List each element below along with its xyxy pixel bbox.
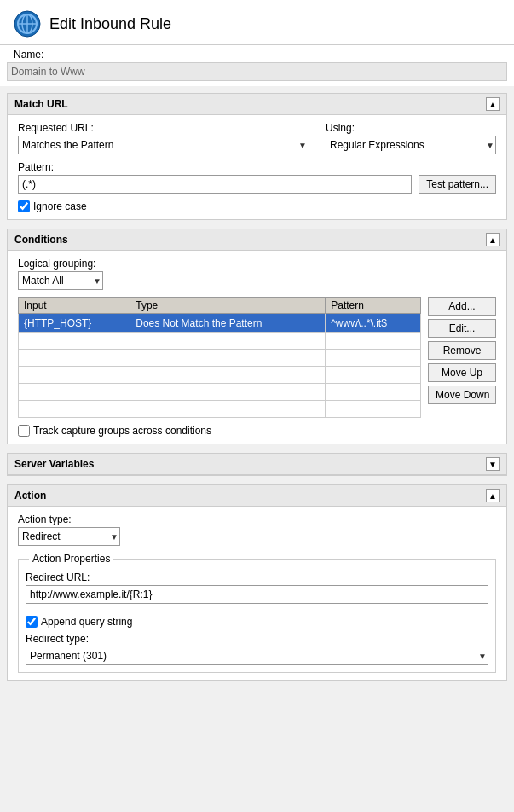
name-section: Name:: [0, 45, 514, 62]
track-row: Track capture groups across conditions: [18, 425, 496, 437]
server-variables-section: Server Variables ▼: [7, 453, 507, 476]
pattern-input-row: Test pattern...: [18, 175, 496, 194]
redirect-type-row: Redirect type: Permanent (301) ▼: [26, 633, 488, 665]
server-variables-title: Server Variables: [14, 458, 94, 470]
logical-grouping-select[interactable]: Match All: [18, 271, 103, 290]
server-variables-collapse-btn[interactable]: ▼: [486, 457, 500, 471]
action-section: Action ▲ Action type: Redirect ▼ Action …: [7, 484, 507, 681]
redirect-url-label: Redirect URL:: [26, 571, 488, 583]
redirect-type-label: Redirect type:: [26, 633, 488, 645]
using-select-wrapper: Regular Expressions ▼: [326, 136, 496, 154]
using-label: Using:: [326, 122, 496, 134]
cell-type: Does Not Match the Pattern: [130, 314, 326, 333]
action-header: Action ▲: [8, 485, 506, 507]
action-type-row: Action type: Redirect ▼: [18, 513, 496, 546]
action-type-label: Action type:: [18, 513, 496, 525]
table-row: [19, 384, 421, 401]
conditions-table-wrapper: Input Type Pattern {HTTP_HOST} Does Not …: [18, 297, 496, 418]
conditions-section: Conditions ▲ Logical grouping: Match All…: [7, 229, 507, 444]
test-pattern-button[interactable]: Test pattern...: [419, 175, 496, 194]
conditions-body: Logical grouping: Match All ▼ Input Type…: [8, 251, 506, 444]
page-header: Edit Inbound Rule: [0, 0, 514, 45]
requested-url-select-wrapper: Matches the Pattern ▼: [18, 136, 309, 154]
conditions-table: Input Type Pattern {HTTP_HOST} Does Not …: [18, 297, 421, 418]
action-collapse-btn[interactable]: ▲: [486, 489, 500, 502]
track-groups-label: Track capture groups across conditions: [33, 425, 211, 437]
ignore-case-checkbox[interactable]: [18, 200, 30, 212]
conditions-buttons: Add... Edit... Remove Move Up Move Down: [428, 297, 496, 418]
redirect-type-select-wrapper: Permanent (301) ▼: [26, 647, 488, 665]
append-query-row: Append query string: [26, 616, 488, 628]
page-icon: [14, 10, 41, 38]
main-content: Match URL ▲ Requested URL: Matches the P…: [0, 86, 514, 696]
track-groups-checkbox[interactable]: [18, 425, 30, 437]
url-field-row: Requested URL: Matches the Pattern ▼ Usi…: [18, 122, 496, 154]
logical-grouping-label: Logical grouping:: [18, 258, 496, 270]
requested-url-group: Requested URL: Matches the Pattern ▼: [18, 122, 309, 154]
redirect-type-select[interactable]: Permanent (301): [26, 647, 488, 665]
logical-grouping-row: Logical grouping: Match All ▼: [18, 258, 496, 290]
pattern-label: Pattern:: [18, 161, 496, 173]
match-url-section: Match URL ▲ Requested URL: Matches the P…: [7, 93, 507, 220]
table-row: [19, 401, 421, 418]
remove-condition-button[interactable]: Remove: [428, 341, 496, 360]
ignore-case-row: Ignore case: [18, 200, 496, 212]
conditions-collapse-btn[interactable]: ▲: [486, 233, 500, 246]
table-row: [19, 333, 421, 350]
table-row: [19, 350, 421, 367]
conditions-header: Conditions ▲: [8, 229, 506, 251]
action-properties-group: Action Properties Redirect URL: Append q…: [18, 553, 496, 673]
move-down-button[interactable]: Move Down: [428, 386, 496, 404]
match-url-collapse-btn[interactable]: ▲: [486, 97, 500, 111]
action-type-select[interactable]: Redirect: [18, 527, 120, 546]
name-input[interactable]: [7, 62, 507, 81]
add-condition-button[interactable]: Add...: [428, 297, 496, 316]
using-group: Using: Regular Expressions ▼: [326, 122, 496, 154]
append-query-checkbox[interactable]: [26, 616, 38, 628]
action-type-select-wrapper: Redirect ▼: [18, 527, 120, 546]
move-up-button[interactable]: Move Up: [428, 363, 496, 382]
name-label: Name:: [14, 49, 43, 61]
col-input: Input: [19, 298, 130, 314]
ignore-case-label: Ignore case: [33, 200, 87, 212]
action-title: Action: [14, 490, 46, 502]
cell-input: {HTTP_HOST}: [19, 314, 130, 333]
match-url-title: Match URL: [14, 98, 68, 110]
redirect-url-input[interactable]: [26, 585, 488, 604]
requested-url-arrow-icon: ▼: [298, 141, 307, 150]
col-pattern: Pattern: [326, 298, 421, 314]
cell-pattern: ^www\..*\.it$: [326, 314, 421, 333]
table-row[interactable]: {HTTP_HOST} Does Not Match the Pattern ^…: [19, 314, 421, 333]
server-variables-header: Server Variables ▼: [8, 454, 506, 475]
edit-condition-button[interactable]: Edit...: [428, 319, 496, 338]
requested-url-select[interactable]: Matches the Pattern: [18, 136, 205, 154]
conditions-title: Conditions: [14, 234, 68, 246]
col-type: Type: [130, 298, 326, 314]
using-select[interactable]: Regular Expressions: [326, 136, 496, 154]
append-query-label: Append query string: [41, 616, 132, 628]
match-url-header: Match URL ▲: [8, 94, 506, 115]
match-url-body: Requested URL: Matches the Pattern ▼ Usi…: [8, 115, 506, 219]
page-title: Edit Inbound Rule: [49, 15, 171, 33]
pattern-row: Pattern: Test pattern...: [18, 161, 496, 194]
table-row: [19, 367, 421, 384]
requested-url-label: Requested URL:: [18, 122, 309, 134]
pattern-input[interactable]: [18, 175, 412, 194]
action-properties-legend: Action Properties: [29, 553, 113, 565]
logical-grouping-select-wrapper: Match All ▼: [18, 271, 103, 290]
action-body: Action type: Redirect ▼ Action Propertie…: [8, 507, 506, 680]
